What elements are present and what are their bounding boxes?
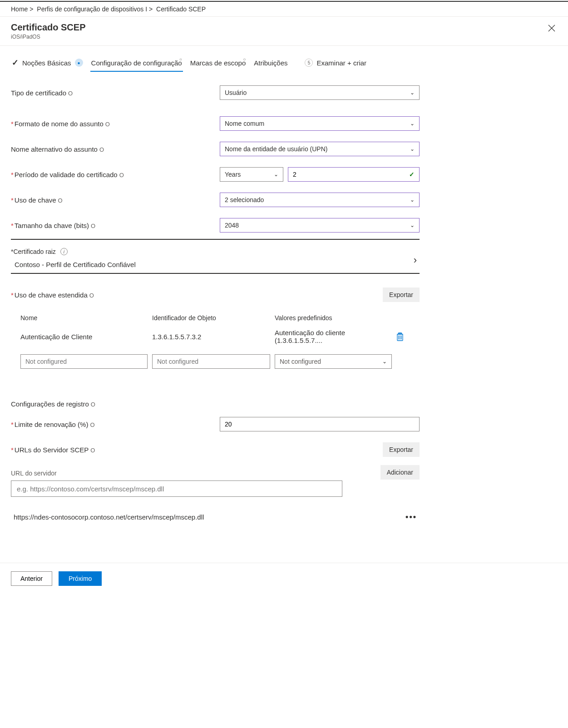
delete-icon[interactable] [396, 332, 405, 341]
select-subject-format-value: Nome comum [225, 120, 264, 127]
root-cert-value: Contoso - Perfil de Certificado Confiáve… [11, 261, 405, 268]
eku-col-preset: Valores predefinidos [275, 314, 392, 322]
eku-input-name[interactable] [20, 354, 148, 369]
root-cert-picker[interactable]: *Certificado raiz i Contoso - Perfil de … [11, 240, 420, 274]
wizard-step-review-label: Examinar + criar [316, 59, 366, 67]
eku-input-name-field[interactable] [25, 355, 143, 368]
next-button[interactable]: Próximo [59, 571, 102, 586]
select-key-size-value: 2048 [225, 222, 239, 229]
breadcrumb: Home > Perfis de configuração de disposi… [0, 2, 568, 17]
eku-row-preset: Autenticação do cliente (1.3.6.1.5.5.7..… [275, 329, 392, 344]
step-badge-icon: ○ [177, 55, 185, 64]
select-san[interactable]: Nome da entidade de usuário (UPN) ⌄ [220, 142, 420, 156]
input-server-url[interactable] [11, 480, 342, 497]
select-cert-type[interactable]: Usuário ⌄ [220, 85, 420, 100]
step-badge-icon: ● [75, 59, 83, 67]
eku-select-preset[interactable]: Not configured ⌄ [275, 354, 392, 369]
label-eku: *Uso de chave estendidaO [11, 291, 202, 299]
wizard-step-scope-label: Marcas de escopo [190, 59, 246, 67]
wizard-step-assignments-label: Atribuições [254, 59, 287, 67]
breadcrumb-home[interactable]: Home > [11, 5, 33, 13]
eku-input-oid-field[interactable] [157, 355, 265, 368]
eku-row-oid: 1.3.6.1.5.5.7.3.2 [152, 333, 270, 341]
chevron-down-icon: ⌄ [274, 171, 278, 178]
page-subtitle: iOS/iPadOS [11, 34, 85, 40]
label-server-url: URL do servidor [11, 470, 380, 477]
check-icon: ✓ [12, 58, 19, 68]
select-san-value: Nome da entidade de usuário (UPN) [225, 145, 327, 153]
wizard-step-review[interactable]: 5 Examinar + criar [304, 56, 367, 71]
wizard-step-scope-tags[interactable]: Marcas de escopo ○ [189, 56, 247, 71]
eku-select-preset-value: Not configured [280, 358, 321, 365]
select-validity-unit-value: Years [225, 171, 241, 178]
more-icon[interactable]: ••• [405, 512, 417, 522]
select-cert-type-value: Usuário [225, 89, 247, 96]
label-scep-urls: *URLs do Servidor SCEPO [11, 446, 202, 454]
server-url-row: https://ndes-contosocorp.contoso.net/cer… [11, 508, 420, 526]
server-url-value: https://ndes-contosocorp.contoso.net/cer… [14, 513, 204, 521]
chevron-down-icon: ⌄ [410, 197, 415, 203]
step-badge-icon: ○ [240, 55, 248, 64]
label-key-usage: *Uso de chaveO [11, 196, 202, 204]
input-renewal[interactable] [220, 417, 420, 431]
export-button[interactable]: Exportar [383, 287, 420, 302]
label-root-cert: *Certificado raiz [11, 248, 56, 255]
wizard-step-basics-label: Noções Básicas [22, 59, 71, 67]
breadcrumb-current: Certificado SCEP [156, 5, 206, 13]
chevron-down-icon: ⌄ [410, 222, 415, 228]
input-validity-value[interactable]: ✓ [288, 167, 420, 182]
eku-row: Autenticação de Cliente 1.3.6.1.5.5.7.3.… [16, 325, 419, 348]
wizard-step-configuration[interactable]: Configuração de configuração ○ [90, 56, 183, 71]
check-icon: ✓ [409, 171, 415, 178]
label-validity: *Período de validade do certificadoO [11, 171, 202, 178]
previous-button[interactable]: Anterior [11, 571, 52, 586]
select-key-size[interactable]: 2048 ⌄ [220, 218, 420, 233]
wizard-step-assignments[interactable]: Atribuições [253, 56, 288, 71]
chevron-right-icon: › [414, 248, 420, 266]
select-key-usage-value: 2 selecionado [225, 196, 264, 203]
eku-input-oid[interactable] [152, 354, 270, 369]
breadcrumb-profiles[interactable]: Perfis de configuração de dispositivos I… [37, 5, 153, 13]
eku-row-name: Autenticação de Cliente [20, 333, 148, 341]
label-key-size: *Tamanho da chave (bits)O [11, 222, 202, 229]
enrollment-heading: Configurações de registroO [11, 400, 420, 408]
export-urls-button[interactable]: Exportar [383, 442, 420, 457]
step-number-badge: 5 [305, 59, 313, 67]
add-url-button[interactable]: Adicionar [380, 465, 420, 480]
label-san: Nome alternativo do assuntoO [11, 145, 202, 153]
select-subject-format[interactable]: Nome comum ⌄ [220, 116, 420, 131]
label-subject-format: *Formato de nome do assuntoO [11, 120, 202, 128]
info-icon: i [60, 248, 68, 255]
chevron-down-icon: ⌄ [410, 120, 415, 127]
wizard-step-configuration-label: Configuração de configuração [91, 59, 182, 67]
eku-col-oid: Identificador de Objeto [152, 314, 270, 322]
label-renewal: *Limite de renovação (%)O [11, 421, 202, 428]
input-validity-field[interactable] [293, 168, 409, 181]
select-key-usage[interactable]: 2 selecionado ⌄ [220, 193, 420, 207]
wizard-steps: ✓ Noções Básicas ● Configuração de confi… [11, 55, 557, 73]
chevron-down-icon: ⌄ [410, 89, 415, 96]
eku-col-name: Nome [20, 314, 148, 322]
chevron-down-icon: ⌄ [382, 358, 387, 365]
select-validity-unit[interactable]: Years ⌄ [220, 167, 283, 182]
label-cert-type: Tipo de certificadoO [11, 89, 202, 97]
input-renewal-field[interactable] [225, 417, 415, 431]
close-icon[interactable] [546, 22, 557, 35]
wizard-step-basics[interactable]: ✓ Noções Básicas ● [11, 55, 84, 72]
chevron-down-icon: ⌄ [410, 146, 415, 152]
page-title: Certificado SCEP [11, 22, 85, 33]
